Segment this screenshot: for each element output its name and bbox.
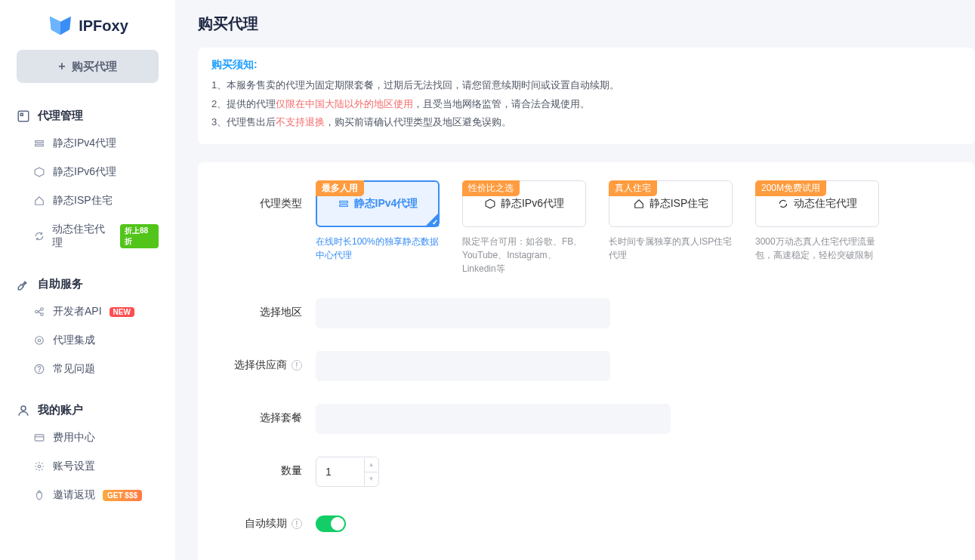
svg-point-4: [35, 310, 39, 313]
label-proxy-type: 代理类型: [224, 180, 302, 275]
quantity-up[interactable]: ▲: [365, 458, 378, 472]
type-card-ipv6[interactable]: 性价比之选 静态IPv6代理: [462, 180, 586, 227]
quantity-down[interactable]: ▼: [365, 472, 378, 486]
card-icon: [33, 432, 45, 444]
new-badge: NEW: [110, 307, 134, 317]
sidebar-item-faq[interactable]: 常见问题: [0, 355, 175, 383]
svg-point-7: [35, 337, 44, 345]
region-select[interactable]: [316, 298, 610, 328]
svg-point-6: [41, 313, 44, 316]
question-icon: [33, 363, 45, 375]
menu-section-self-service: 自助服务: [0, 271, 175, 297]
notice-line-2: 2、提供的代理仅限在中国大陆以外的地区使用，且受当地网络监管，请合法合规使用。: [211, 95, 961, 114]
svg-point-10: [39, 371, 40, 372]
notice-title: 购买须知:: [211, 58, 961, 72]
menu-section-account: 我的账户: [0, 397, 175, 423]
ipv4-icon: [33, 137, 45, 149]
wrench-icon: [17, 278, 30, 291]
main-content: 购买代理 购买须知: 1、本服务售卖的代理为固定期限套餐，过期后无法找回，请您留…: [175, 0, 975, 560]
type-desc-dynamic: 3000万动态真人住宅代理流量包，高速稳定，轻松突破限制: [755, 235, 879, 262]
sidebar-item-dev-api[interactable]: 开发者API NEW: [0, 297, 175, 326]
svg-rect-12: [35, 435, 44, 441]
sidebar-item-static-isp[interactable]: 静态ISP住宅: [0, 186, 175, 215]
check-corner-icon: [425, 213, 439, 226]
svg-rect-16: [339, 205, 347, 206]
refresh-type-icon: [777, 198, 789, 210]
brand-name: IPFoxy: [79, 17, 128, 35]
package-select[interactable]: [316, 404, 671, 434]
flag-most-popular: 最多人用: [316, 180, 364, 196]
type-desc-ipv6: 限定平台可用：如谷歌、FB、YouTube、Instagram、Linkedin…: [462, 235, 586, 275]
svg-point-8: [38, 339, 41, 342]
label-supplier: 选择供应商 !: [224, 351, 302, 381]
info-icon[interactable]: !: [292, 360, 302, 371]
sidebar-item-referral[interactable]: 邀请返现 GET $$$: [0, 481, 175, 509]
sidebar-item-integration[interactable]: 代理集成: [0, 326, 175, 355]
purchase-form: 代理类型 最多人用 静态IPv4代理 在线时长100%的独享静态数据中心代理: [198, 162, 975, 560]
get-money-badge: GET $$$: [103, 490, 142, 501]
type-desc-ipv4: 在线时长100%的独享静态数据中心代理: [316, 235, 440, 262]
integration-icon: [33, 334, 45, 346]
label-auto-renew: 自动续期 !: [224, 509, 302, 532]
buy-proxy-button[interactable]: + 购买代理: [17, 50, 159, 83]
refresh-icon: [33, 230, 45, 242]
flag-residential: 真人住宅: [609, 180, 657, 196]
flag-value: 性价比之选: [462, 180, 520, 196]
home-type-icon: [633, 198, 645, 210]
info-icon[interactable]: !: [292, 518, 302, 529]
plus-icon: +: [58, 60, 65, 73]
label-pay-method: 支付方式: [224, 555, 302, 560]
user-icon: [17, 404, 30, 417]
svg-rect-2: [35, 141, 44, 143]
discount-badge: 折上88折: [120, 224, 159, 248]
svg-point-5: [41, 308, 44, 311]
label-region: 选择地区: [224, 298, 302, 328]
type-card-ipv4[interactable]: 最多人用 静态IPv4代理: [316, 180, 440, 227]
sidebar-item-static-ipv4[interactable]: 静态IPv4代理: [0, 129, 175, 158]
flag-free-trial: 200M免费试用: [755, 180, 826, 196]
sidebar-item-dynamic-residential[interactable]: 动态住宅代理 折上88折: [0, 215, 175, 257]
menu-section-proxy-mgmt: 代理管理: [0, 103, 175, 129]
auto-renew-switch[interactable]: [316, 515, 346, 532]
money-bag-icon: [33, 489, 45, 501]
ipv6-type-icon: [484, 198, 496, 210]
notice-line-1: 1、本服务售卖的代理为固定期限套餐，过期后无法找回，请您留意续期时间或设置自动续…: [211, 76, 961, 95]
sidebar-item-static-ipv6[interactable]: 静态IPv6代理: [0, 158, 175, 186]
type-desc-isp: 长时间专属独享的真人ISP住宅代理: [609, 235, 733, 262]
ipv6-icon: [33, 166, 45, 178]
home-icon: [33, 195, 45, 207]
type-card-dynamic[interactable]: 200M免费试用 动态住宅代理: [755, 180, 879, 227]
notice-line-3: 3、代理售出后不支持退换，购买前请确认代理类型及地区避免误购。: [211, 113, 961, 132]
svg-rect-15: [339, 202, 347, 203]
quantity-stepper[interactable]: 1 ▲ ▼: [316, 457, 379, 487]
svg-rect-3: [35, 144, 44, 146]
svg-point-14: [38, 465, 41, 468]
brand-logo[interactable]: IPFoxy: [0, 9, 175, 50]
type-card-isp[interactable]: 真人住宅 静态ISP住宅: [609, 180, 733, 227]
api-icon: [33, 306, 45, 318]
gear-icon: [33, 460, 45, 472]
page-title: 购买代理: [198, 14, 975, 34]
ipv4-type-icon: [338, 198, 350, 210]
proxy-mgmt-icon: [17, 109, 30, 123]
fox-logo-icon: [47, 15, 74, 36]
sidebar: IPFoxy + 购买代理 代理管理 静态IPv4代理 静态IPv6代理 静态I…: [0, 0, 175, 560]
label-package: 选择套餐: [224, 404, 302, 434]
supplier-select[interactable]: [316, 351, 610, 381]
sidebar-item-account-settings[interactable]: 账号设置: [0, 452, 175, 481]
label-quantity: 数量: [224, 457, 302, 487]
svg-point-11: [21, 406, 26, 411]
purchase-notice: 购买须知: 1、本服务售卖的代理为固定期限套餐，过期后无法找回，请您留意续期时间…: [198, 48, 975, 144]
sidebar-item-billing[interactable]: 费用中心: [0, 423, 175, 452]
svg-rect-1: [20, 113, 23, 115]
